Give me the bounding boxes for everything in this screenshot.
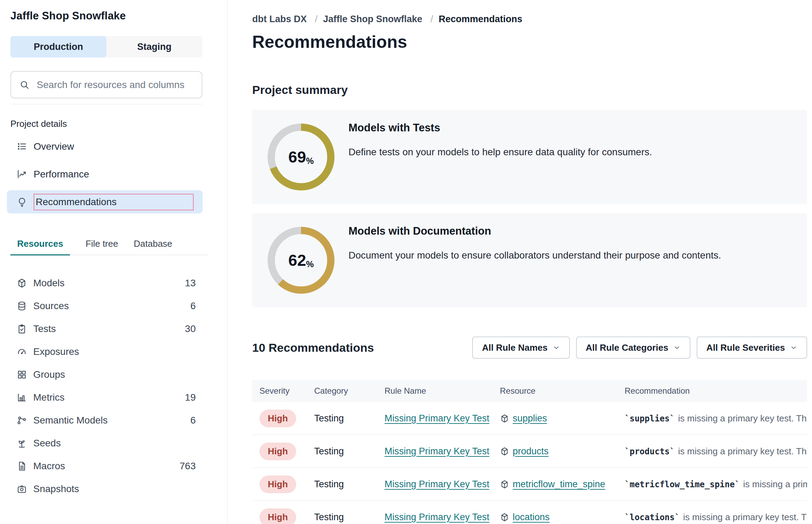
recommendation-text: is missing a primary ke <box>743 479 807 489</box>
resource-cell: supplies <box>500 413 625 424</box>
resource-list-item[interactable]: Seeds <box>7 432 196 455</box>
recommendation-code: `supplies` <box>625 414 675 423</box>
sidebar-nav-item[interactable]: Recommendations <box>7 190 203 213</box>
percent-value: 62 <box>288 251 306 270</box>
resource-link[interactable]: locations <box>513 512 550 523</box>
table-body: High Testing Missing Primary Key Test su… <box>252 402 807 524</box>
resource-item-count: 19 <box>185 392 196 403</box>
nav-item-label: Overview <box>34 141 74 152</box>
resource-list-item[interactable]: Macros 763 <box>7 455 196 478</box>
resource-item-icon <box>17 301 27 311</box>
summary-cards: 69 % Models with Tests Define tests on y… <box>252 110 807 316</box>
table-column-header: Recommendation <box>625 386 807 396</box>
search-input[interactable] <box>37 79 202 90</box>
nav-item-label: Performance <box>34 169 89 180</box>
resource-item-label: Macros <box>33 461 65 472</box>
resource-list-item[interactable]: Semantic Models 6 <box>7 409 196 432</box>
resource-item-count: 763 <box>179 461 196 472</box>
resource-tab[interactable]: File tree <box>70 233 134 255</box>
severity-cell: High <box>259 508 314 524</box>
resource-list-item[interactable]: Tests 30 <box>7 317 196 340</box>
severity-badge: High <box>259 410 296 427</box>
environment-tab-label: Production <box>34 42 83 52</box>
resource-item-label: Tests <box>33 323 56 334</box>
resource-item-label: Seeds <box>33 438 61 449</box>
table-column-header: Severity <box>259 386 314 396</box>
resource-item-label: Exposures <box>33 346 79 357</box>
resource-list-item[interactable]: Metrics 19 <box>7 386 196 409</box>
environment-tab-label: Staging <box>137 42 171 52</box>
resource-list-item[interactable]: Models 13 <box>7 272 196 295</box>
resource-list-item[interactable]: Exposures <box>7 340 196 363</box>
resource-item-label: Snapshots <box>33 483 79 495</box>
filter-dropdown[interactable]: All Rule Categories <box>576 337 690 359</box>
filter-dropdown[interactable]: All Rule Names <box>472 337 570 359</box>
sidebar-nav-item[interactable]: Overview <box>7 135 203 158</box>
resource-list-item[interactable]: Sources 6 <box>7 295 196 317</box>
resource-item-icon <box>17 461 27 471</box>
chevron-down-icon <box>673 344 681 351</box>
table-row: High Testing Missing Primary Key Test su… <box>252 402 807 435</box>
donut-chart: 69 % <box>267 123 335 191</box>
resource-item-label: Sources <box>33 300 69 312</box>
card-title: Models with Documentation <box>348 225 721 237</box>
percent-sign: % <box>306 259 314 269</box>
resource-list: Models 13 Sources 6 Tests 30 Exposures <box>7 272 196 500</box>
cube-icon <box>500 513 509 522</box>
resource-item-count: 13 <box>185 278 196 289</box>
chevron-down-icon <box>790 344 797 351</box>
breadcrumb-link[interactable]: Jaffle Shop Snowflake <box>323 14 423 24</box>
table-column-header: Rule Name <box>385 386 500 396</box>
page-title: Recommendations <box>252 32 407 52</box>
nav-item-icon <box>17 141 27 152</box>
filter-dropdown-label: All Rule Names <box>482 342 547 353</box>
resource-item-icon <box>17 369 27 380</box>
summary-card: 62 % Models with Documentation Document … <box>252 213 807 307</box>
sidebar-divider <box>10 104 202 104</box>
rule-name-link[interactable]: Missing Primary Key Test <box>385 446 500 457</box>
resource-item-icon <box>17 347 27 357</box>
resource-list-item[interactable]: Groups <box>7 363 196 386</box>
nav-item-icon <box>17 169 27 180</box>
project-nav: Overview Performance Recommendations <box>7 135 203 218</box>
resource-tabs: Resources File tree Database <box>10 233 208 255</box>
donut-chart: 62 % <box>267 227 335 294</box>
table-column-header: Category <box>314 386 385 396</box>
rule-name-link[interactable]: Missing Primary Key Test <box>385 479 500 490</box>
recommendation-cell: `products`is missing a primary key test.… <box>625 446 807 457</box>
resource-link[interactable]: supplies <box>513 413 547 424</box>
environment-tabs: Production Staging <box>10 36 202 58</box>
resource-tab-label: Resources <box>17 238 63 249</box>
project-summary-heading: Project summary <box>252 83 348 97</box>
card-description: Define tests on your models to help ensu… <box>348 147 652 158</box>
sidebar-search[interactable] <box>10 71 202 98</box>
filters: All Rule Names All Rule Categories All R… <box>472 337 807 359</box>
rule-name-link[interactable]: Missing Primary Key Test <box>385 512 500 523</box>
resource-item-icon <box>17 324 27 334</box>
donut-value: 62 % <box>267 227 335 294</box>
filter-dropdown[interactable]: All Rule Severities <box>697 337 807 359</box>
breadcrumb-link[interactable]: dbt Labs DX <box>252 14 307 24</box>
environment-tab[interactable]: Production <box>10 36 106 58</box>
recommendations-heading: 10 Recommendations <box>252 341 374 355</box>
recommendations-table: Severity Category Rule Name Resource Rec… <box>252 380 807 524</box>
breadcrumb-separator: / <box>431 14 433 24</box>
summary-card: 69 % Models with Tests Define tests on y… <box>252 110 807 204</box>
resource-tab-label: File tree <box>86 238 118 249</box>
table-header-row: Severity Category Rule Name Resource Rec… <box>252 380 807 402</box>
breadcrumb-link[interactable]: Recommendations <box>439 14 522 24</box>
resource-link[interactable]: metricflow_time_spine <box>513 479 605 490</box>
category-cell: Testing <box>314 479 385 490</box>
resource-list-item[interactable]: Snapshots <box>7 478 196 500</box>
sidebar-nav-item[interactable]: Performance <box>7 163 203 186</box>
nav-item-icon <box>17 196 27 207</box>
project-details-label: Project details <box>10 119 67 129</box>
rule-name-link[interactable]: Missing Primary Key Test <box>385 413 500 424</box>
resource-item-count: 6 <box>190 300 196 312</box>
resource-tab[interactable]: Database <box>134 233 172 255</box>
recommendation-code: `products` <box>625 447 675 456</box>
resource-item-count: 6 <box>190 415 196 426</box>
resource-tab[interactable]: Resources <box>10 233 70 255</box>
environment-tab[interactable]: Staging <box>106 36 202 58</box>
resource-link[interactable]: products <box>513 446 549 457</box>
